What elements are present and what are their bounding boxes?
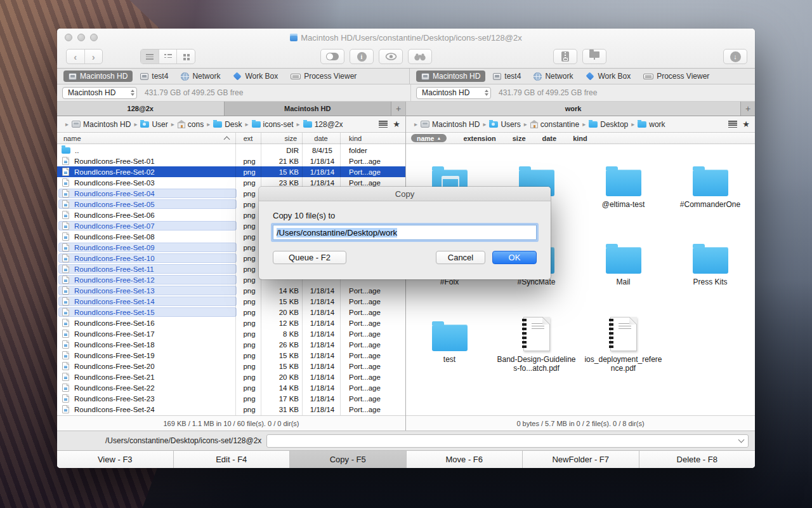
breadcrumb-item[interactable]: ▸ 128@2x (294, 120, 343, 129)
column-header-name[interactable]: name (57, 135, 235, 142)
device-tab[interactable]: test4 (488, 70, 526, 82)
minimize-button[interactable] (77, 34, 85, 41)
breadcrumb-item[interactable]: ▸ Users (480, 120, 520, 129)
sort-by-extension-button[interactable]: extension (463, 135, 495, 142)
device-tab[interactable]: Macintosh HD (416, 70, 485, 82)
search-button[interactable] (408, 49, 432, 64)
view-list-button[interactable] (141, 50, 159, 64)
ok-button[interactable]: OK (492, 251, 537, 264)
view-detail-button[interactable] (159, 50, 178, 64)
drive-select[interactable]: Macintosh HD (62, 87, 137, 99)
zoom-button[interactable] (90, 34, 98, 41)
table-row[interactable]: RoundIcons-Free-Set-17 png 8 KB 1/18/14 … (57, 328, 405, 339)
show-hidden-button[interactable] (379, 49, 403, 64)
folder-tab[interactable]: 128@2x (57, 102, 225, 116)
path-menu-icon[interactable] (728, 121, 737, 128)
function-key-button[interactable]: NewFolder - F7 (523, 451, 639, 468)
sort-by-date-button[interactable]: date (542, 135, 557, 142)
file-name: RoundIcons-Free-Set-15 (74, 309, 155, 316)
column-header-size[interactable]: size (261, 135, 302, 142)
grid-item[interactable]: @eltima-test (580, 157, 667, 234)
breadcrumb-item[interactable]: ▸ cons (168, 120, 204, 129)
right-folder-tabs: work + (406, 102, 755, 116)
table-row[interactable]: RoundIcons-Free-Set-01 png 21 KB 1/18/14… (57, 156, 405, 166)
table-row[interactable]: RoundIcons-Free-Set-20 png 15 KB 1/18/14… (57, 361, 405, 371)
path-menu-icon[interactable] (379, 121, 388, 128)
grid-item[interactable]: ios_deployment_reference.pdf (580, 312, 667, 389)
breadcrumb-item[interactable]: ▸ work (628, 120, 665, 129)
table-row[interactable]: RoundIcons-Free-Set-02 png 15 KB 1/18/14… (57, 166, 405, 177)
column-header-kind[interactable]: kind (340, 135, 405, 142)
device-tab[interactable]: Macintosh HD (63, 70, 133, 82)
favorite-star-icon[interactable]: ★ (742, 120, 750, 128)
queue-button[interactable]: Queue - F2 (273, 251, 346, 264)
function-key-button[interactable]: Move - F6 (407, 451, 523, 468)
breadcrumb-item[interactable]: ▸ User (131, 120, 167, 129)
grid-item[interactable]: test (406, 312, 493, 389)
cancel-button[interactable]: Cancel (436, 251, 485, 264)
dialog-buttons: Queue - F2 Cancel OK (273, 251, 537, 264)
table-row[interactable]: RoundIcons-Free-Set-18 png 26 KB 1/18/14… (57, 339, 405, 350)
close-button[interactable] (65, 34, 72, 41)
sort-by-size-button[interactable]: size (513, 135, 526, 142)
breadcrumb-item[interactable]: ▸ icons-set (242, 120, 294, 129)
folder-tab[interactable]: Macintosh HD (225, 102, 392, 116)
function-key-button[interactable]: Delete - F8 (639, 451, 756, 468)
command-combobox[interactable] (266, 434, 749, 448)
downloads-button[interactable]: ↓ (723, 49, 747, 64)
new-tab-button[interactable]: + (391, 102, 405, 116)
device-tab[interactable]: Network (528, 70, 578, 82)
folder-tab[interactable]: work (406, 102, 741, 116)
table-row[interactable]: RoundIcons-Free-Set-22 png 14 KB 1/18/14… (57, 382, 405, 393)
breadcrumb-item[interactable]: ▸ constantine (521, 120, 579, 129)
table-row[interactable]: RoundIcons-Free-Set-23 png 17 KB 1/18/14… (57, 393, 405, 404)
device-tab[interactable]: Process Viewer (285, 70, 362, 82)
breadcrumb-item[interactable]: ▸ Desktop (579, 120, 628, 129)
forward-button[interactable]: › (85, 50, 103, 64)
function-key-button[interactable]: View - F3 (57, 451, 174, 468)
table-row[interactable]: RoundIcons-Free-Set-24 png 31 KB 1/18/14… (57, 404, 405, 415)
table-row[interactable]: RoundIcons-Free-Set-25 png 16 KB 1/18/14… (57, 415, 405, 415)
device-tab[interactable]: Network (176, 70, 225, 82)
breadcrumb-label: work (649, 120, 665, 129)
new-tab-button[interactable]: + (741, 102, 755, 116)
info-button[interactable]: i (350, 49, 374, 64)
destination-path-input[interactable]: /Users/constantine/Desktop/work (273, 225, 537, 240)
table-row[interactable]: RoundIcons-Free-Set-21 png 20 KB 1/18/14… (57, 371, 405, 382)
view-grid-button[interactable] (177, 50, 195, 64)
column-header-ext[interactable]: ext (235, 135, 261, 142)
breadcrumb-label: 128@2x (315, 120, 343, 129)
breadcrumb-item[interactable]: ▸ Macintosh HD (62, 120, 131, 129)
breadcrumb-item[interactable]: ▸ Macintosh HD (411, 120, 480, 129)
network-connect-button[interactable] (582, 49, 606, 64)
cell-name: RoundIcons-Free-Set-18 (58, 340, 237, 349)
table-row[interactable]: RoundIcons-Free-Set-15 png 20 KB 1/18/14… (57, 307, 405, 318)
cell-ext: png (237, 352, 262, 359)
cell-date: 1/18/14 (303, 384, 341, 392)
device-tab[interactable]: Work Box (228, 70, 283, 82)
grid-item[interactable]: Press Kits (667, 234, 754, 312)
archive-button[interactable] (553, 49, 577, 64)
sort-by-kind-button[interactable]: kind (573, 135, 587, 142)
grid-item[interactable]: #CommanderOne (667, 157, 754, 234)
device-tab[interactable]: Process Viewer (638, 70, 714, 82)
table-row[interactable]: RoundIcons-Free-Set-14 png 15 KB 1/18/14… (57, 296, 405, 307)
function-key-button[interactable]: Edit - F4 (174, 451, 291, 468)
table-row[interactable]: RoundIcons-Free-Set-16 png 12 KB 1/18/14… (57, 318, 405, 328)
back-button[interactable]: ‹ (67, 50, 85, 64)
drive-select[interactable]: Macintosh HD (416, 87, 491, 99)
cell-ext: png (237, 244, 262, 251)
toggle-panels-button[interactable] (320, 49, 344, 64)
column-header-date[interactable]: date (302, 135, 340, 142)
function-key-button[interactable]: Copy - F5 (290, 451, 407, 468)
favorite-star-icon[interactable]: ★ (393, 120, 400, 128)
grid-item[interactable]: Mail (580, 234, 667, 312)
grid-item[interactable]: Band-Design-Guidelines-fo...atch.pdf (493, 312, 580, 389)
table-row[interactable]: .. DIR 8/4/15 folder (57, 145, 405, 156)
device-tab[interactable]: test4 (135, 70, 173, 82)
table-row[interactable]: RoundIcons-Free-Set-13 png 14 KB 1/18/14… (57, 285, 405, 296)
table-row[interactable]: RoundIcons-Free-Set-19 png 15 KB 1/18/14… (57, 350, 405, 361)
device-tab[interactable]: Work Box (580, 70, 636, 82)
sort-by-name-button[interactable]: name ▲ (411, 134, 447, 142)
breadcrumb-item[interactable]: ▸ Desk (204, 120, 242, 129)
